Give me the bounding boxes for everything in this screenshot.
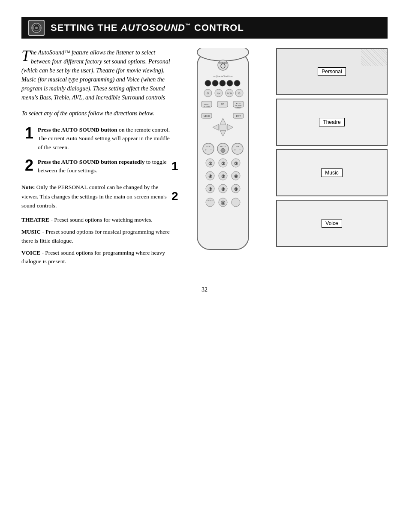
svg-text:③: ③ [234, 161, 238, 166]
svg-text:MENU: MENU [204, 115, 210, 117]
svg-point-2 [35, 27, 38, 29]
svg-text:④: ④ [208, 174, 212, 179]
body-layout: The AutoSound™ feature allows the listen… [21, 48, 388, 269]
right-column: 1 2 POWER [184, 48, 388, 269]
steps-container: 1 Press the AUTO SOUND button on the rem… [21, 126, 176, 175]
drop-cap: T [21, 50, 30, 62]
svg-text:⑦: ⑦ [208, 187, 212, 192]
svg-point-14 [234, 80, 240, 86]
svg-text:⑨: ⑨ [234, 187, 238, 192]
screen-theatre-label: Theatre [319, 118, 344, 126]
tv-screen-music: Music [276, 149, 388, 196]
remote-control: POWER — QuadraStart™ — [189, 48, 266, 255]
svg-point-13 [227, 80, 233, 86]
svg-point-74 [232, 198, 240, 207]
title-suffix: Control [191, 22, 244, 33]
svg-text:⑧: ⑧ [221, 187, 225, 192]
tv-screen-personal: Personal [276, 48, 388, 95]
intro-paragraph: The AutoSound™ feature allows the listen… [21, 48, 176, 102]
autosound-icon [28, 20, 45, 36]
title-tm: ™ [185, 22, 191, 29]
svg-text:−: − [210, 148, 212, 152]
svg-text:+: + [234, 148, 236, 152]
page-title: Setting the AutoSound™ Control [51, 22, 244, 33]
header-bar: Setting the AutoSound™ Control [21, 17, 388, 39]
svg-text:ACM: ACM [226, 92, 232, 95]
svg-text:AV: AV [217, 92, 220, 95]
svg-text:⑤: ⑤ [221, 174, 225, 179]
svg-text:PICTURE: PICTURE [235, 105, 242, 107]
svg-text:⓪: ⓪ [221, 201, 226, 205]
note-section: Note: Only the PERSONAL control can be c… [21, 183, 176, 210]
preset-voice-label: VOICE [21, 249, 40, 256]
step-2-bold: Press the AUTO SOUND button repeatedly [38, 159, 144, 165]
svg-text:⑥: ⑥ [234, 174, 238, 179]
svg-text:①: ① [208, 161, 212, 166]
svg-text:EXIT: EXIT [236, 115, 241, 117]
step-2-number: 2 [21, 158, 33, 173]
directions-text: To select any of the options follow the … [21, 109, 176, 118]
preset-voice-text: - Preset sound options for programming w… [21, 249, 165, 264]
title-setting: Setting the [51, 22, 121, 33]
tv-screen-theatre: Theatre [276, 99, 388, 146]
svg-text:AUTO: AUTO [236, 102, 241, 105]
svg-text:CC: CC [221, 103, 224, 105]
preset-music-text: - Preset sound options for musical progr… [21, 228, 170, 243]
svg-point-12 [220, 80, 226, 86]
svg-point-47 [221, 148, 225, 153]
preset-theatre: THEATRE - Preset sound options for watch… [21, 216, 176, 224]
svg-text:CH: CH [236, 145, 239, 147]
svg-text:⊙: ⊙ [238, 92, 241, 95]
tv-screen-voice: Voice [276, 200, 388, 247]
page-number: 32 [21, 286, 388, 293]
svg-text:−: − [239, 148, 241, 152]
preset-music: MUSIC - Preset sound options for musical… [21, 228, 176, 245]
svg-text:VOL: VOL [206, 145, 211, 147]
svg-text:— QuadraStart™ —: — QuadraStart™ — [213, 75, 233, 78]
svg-text:SLEEP: SLEEP [208, 199, 213, 201]
svg-rect-40 [220, 124, 226, 130]
step-2-content: Press the AUTO SOUND button repeatedly t… [38, 158, 176, 175]
svg-point-10 [205, 80, 211, 86]
screens-column: Personal Theatre Music Voice [276, 48, 388, 269]
preset-voice: VOICE - Preset sound options for program… [21, 249, 176, 266]
svg-text:STATUS: STATUS [235, 107, 241, 109]
note-text: Only the PERSONAL control can be changed… [21, 184, 167, 209]
screen-personal-label: Personal [318, 67, 346, 76]
page: Setting the AutoSound™ Control The AutoS… [0, 0, 409, 532]
preset-music-label: MUSIC [21, 228, 41, 235]
svg-point-11 [212, 80, 218, 86]
remote-area: 1 2 POWER [184, 48, 270, 269]
note-label: Note: [21, 184, 35, 190]
step-marker-1: 1 [171, 159, 178, 173]
preset-theatre-label: THEATRE [21, 216, 49, 223]
intro-text: he AutoSound™ feature allows the listene… [21, 49, 170, 101]
screen-music-label: Music [321, 168, 342, 177]
svg-text:MUTE: MUTE [220, 145, 226, 147]
step-marker-2: 2 [171, 189, 178, 203]
preset-theatre-text: - Preset sound options for watching movi… [49, 216, 153, 223]
step-1-number: 1 [21, 126, 33, 141]
svg-text:+: + [205, 148, 207, 152]
step-1: 1 Press the AUTO SOUND button on the rem… [21, 126, 176, 152]
step-1-content: Press the AUTO SOUND button on the remot… [38, 126, 176, 152]
svg-text:②: ② [221, 161, 225, 166]
title-brand: AutoSound [121, 22, 185, 33]
left-column: The AutoSound™ feature allows the listen… [21, 48, 176, 269]
screen-voice-label: Voice [322, 219, 342, 228]
svg-text:⊙: ⊙ [207, 92, 209, 95]
step-2: 2 Press the AUTO SOUND button repeatedly… [21, 158, 176, 175]
svg-text:SOUND: SOUND [204, 105, 210, 108]
step-1-bold: Press the AUTO SOUND button [38, 126, 117, 133]
